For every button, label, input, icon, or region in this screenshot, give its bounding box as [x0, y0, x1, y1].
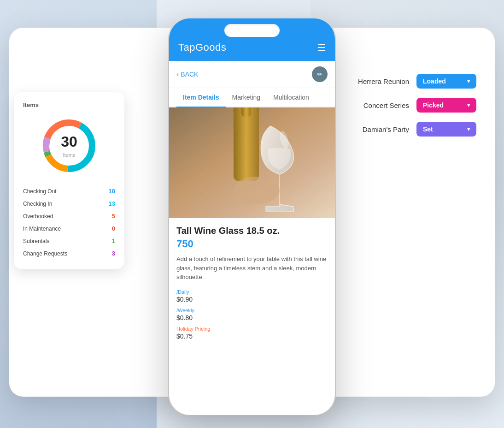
back-label: BACK: [181, 71, 198, 78]
stat-row-change-requests: Change Requests 3: [23, 247, 115, 260]
svg-rect-12: [234, 107, 259, 181]
donut-center: 30 Items: [61, 133, 77, 159]
chevron-down-icon-3: ▾: [467, 126, 470, 132]
item-quantity: 750: [176, 238, 328, 250]
stat-label-overbooked: Overbooked: [23, 213, 53, 220]
stat-row-checking-in: Checking In 13: [23, 197, 115, 210]
donut-total: 30: [61, 133, 77, 150]
events-panel: Herrera Reunion Loaded ▾ Concert Series …: [349, 74, 476, 137]
tab-multilocation[interactable]: Multilocation: [267, 88, 316, 107]
items-widget: Items 30 Items Checking Out: [14, 92, 124, 269]
stat-row-subrentals: Subrentals 1: [23, 235, 115, 247]
stat-label-in-maintenance: In Maintenance: [23, 226, 61, 232]
price-holiday-value: $0.75: [176, 333, 328, 340]
event-row-damian: Damian's Party Set ▾: [349, 122, 476, 137]
stats-list: Checking Out 10 Checking In 13 Overbooke…: [23, 185, 115, 260]
event-dropdown-concert[interactable]: Picked ▾: [416, 98, 476, 113]
event-status-herrera: Loaded: [423, 77, 446, 85]
tab-marketing[interactable]: Marketing: [226, 88, 267, 107]
back-button[interactable]: ‹ BACK: [176, 70, 198, 78]
price-daily: /Daily $0.90: [176, 289, 328, 303]
price-holiday-label: Holiday Pricing: [176, 326, 328, 332]
hamburger-menu-icon[interactable]: ☰: [317, 42, 326, 53]
item-image: [169, 107, 335, 218]
event-name-concert: Concert Series: [349, 101, 409, 109]
price-holiday: Holiday Pricing $0.75: [176, 326, 328, 340]
stat-label-checking-in: Checking In: [23, 201, 52, 207]
widget-title: Items: [23, 101, 115, 108]
stat-value-change-requests: 3: [112, 250, 115, 257]
event-dropdown-herrera[interactable]: Loaded ▾: [416, 74, 476, 89]
event-status-damian: Set: [423, 125, 433, 133]
price-weekly: /Weekly $0.80: [176, 308, 328, 321]
phone-notch: [224, 24, 280, 37]
tab-item-details[interactable]: Item Details: [176, 88, 226, 107]
svg-rect-13: [241, 107, 251, 117]
price-daily-value: $0.90: [176, 296, 328, 303]
stat-label-subrentals: Subrentals: [23, 238, 49, 244]
chevron-down-icon-2: ▾: [467, 102, 470, 108]
phone-mockup: TapGoods ☰ ‹ BACK ✏ Item Details Marketi…: [169, 18, 335, 415]
back-chevron-icon: ‹: [176, 70, 179, 78]
stat-value-checking-out: 10: [109, 188, 115, 195]
phone-tabs: Item Details Marketing Multilocation: [169, 88, 335, 107]
stat-value-in-maintenance: 0: [112, 225, 115, 232]
stat-label-checking-out: Checking Out: [23, 188, 57, 195]
item-image-svg: [169, 107, 335, 218]
donut-chart-container: 30 Items: [23, 116, 115, 176]
donut-chart: 30 Items: [39, 116, 99, 176]
stat-row-checking-out: Checking Out 10: [23, 185, 115, 197]
event-name-damian: Damian's Party: [349, 125, 409, 133]
stat-value-subrentals: 1: [112, 238, 115, 244]
event-name-herrera: Herrera Reunion: [349, 77, 409, 85]
item-details-panel: Tall Wine Glass 18.5 oz. 750 Add a touch…: [169, 218, 335, 354]
phone-nav: ‹ BACK ✏: [169, 61, 335, 88]
price-daily-label: /Daily: [176, 289, 328, 295]
event-row-herrera: Herrera Reunion Loaded ▾: [349, 74, 476, 89]
stat-row-in-maintenance: In Maintenance 0: [23, 222, 115, 235]
chevron-down-icon: ▾: [467, 78, 470, 84]
event-dropdown-damian[interactable]: Set ▾: [416, 122, 476, 137]
event-row-concert: Concert Series Picked ▾: [349, 98, 476, 113]
stat-value-overbooked: 5: [112, 213, 115, 220]
stat-value-checking-in: 13: [109, 200, 115, 207]
stat-label-change-requests: Change Requests: [23, 250, 67, 257]
item-description: Add a touch of refinement to your table …: [176, 255, 328, 282]
price-weekly-label: /Weekly: [176, 308, 328, 313]
app-logo: TapGoods: [178, 42, 226, 54]
donut-label: Items: [63, 152, 76, 158]
price-weekly-value: $0.80: [176, 314, 328, 321]
svg-point-15: [234, 177, 280, 204]
edit-button[interactable]: ✏: [312, 66, 328, 82]
stat-row-overbooked: Overbooked 5: [23, 210, 115, 222]
event-status-concert: Picked: [423, 101, 444, 109]
edit-icon: ✏: [317, 71, 322, 78]
item-name: Tall Wine Glass 18.5 oz.: [176, 226, 328, 236]
